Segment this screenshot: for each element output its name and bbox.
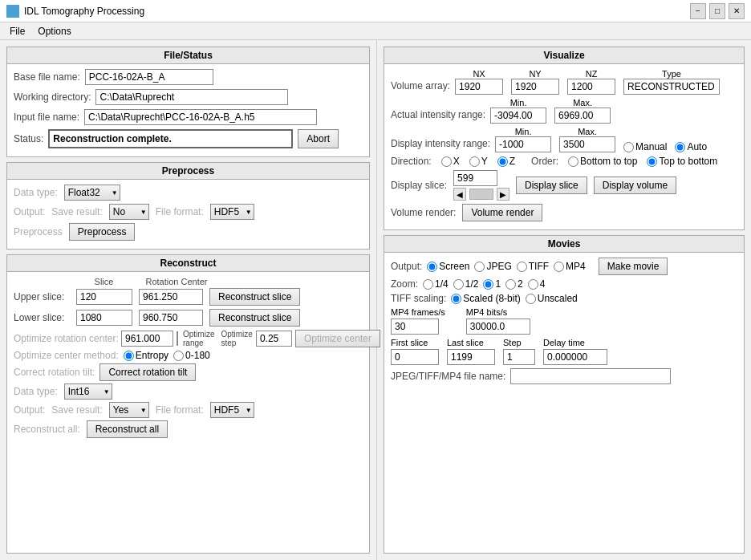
base-file-input[interactable] [85,69,213,85]
entropy-radio-label[interactable]: Entropy [124,350,168,361]
minimize-button[interactable]: − [690,3,706,19]
top-bottom-radio-label[interactable]: Top to bottom [647,156,717,167]
optimize-center-button[interactable]: Optimize center [295,330,380,347]
manual-radio[interactable] [623,142,634,152]
unscaled-radio-label[interactable]: Unscaled [526,293,578,304]
type-label: Type [662,69,681,79]
data-type2-select[interactable]: Int16 [64,383,112,400]
unscaled-radio[interactable] [526,294,536,304]
mp4-bits-input[interactable] [466,319,530,335]
last-slice-input[interactable] [447,349,495,365]
preprocess-button[interactable]: Preprocess [69,223,136,241]
close-button[interactable]: ✕ [729,3,745,19]
make-movie-button[interactable]: Make movie [599,258,668,275]
upper-slice-input[interactable] [76,289,132,305]
menu-file[interactable]: File [3,24,31,39]
input-file-input[interactable] [84,109,317,125]
optimize-step-input[interactable] [256,331,292,347]
ny-input[interactable] [511,79,559,95]
save-result-select[interactable]: No [109,204,149,220]
bottom-top-radio[interactable] [568,156,578,167]
slice-value-input[interactable] [453,170,497,186]
z-radio-label[interactable]: Z [497,156,515,167]
screen-radio[interactable] [427,262,437,272]
data-type-select[interactable]: Float32 [64,185,120,201]
working-dir-input[interactable] [95,89,288,105]
slice-scrollbar[interactable] [469,189,493,200]
mp4-radio-label[interactable]: MP4 [554,261,586,272]
entropy-radio[interactable] [124,351,134,361]
y-label: Y [481,156,488,167]
type-input[interactable] [623,79,720,95]
screen-radio-label[interactable]: Screen [427,261,469,272]
zoom-4-radio[interactable] [528,279,538,290]
zoom-4-label[interactable]: 4 [528,278,546,290]
file-format-select[interactable]: HDF5 [210,204,254,220]
file-format2-select[interactable]: HDF5 [210,402,254,418]
lower-slice-input[interactable] [76,310,132,326]
tiff-radio[interactable] [517,262,527,272]
scaled-radio[interactable] [451,294,461,304]
maximize-button[interactable]: □ [709,3,725,19]
jpeg-radio-label[interactable]: JPEG [474,261,511,272]
nz-input[interactable] [567,79,615,95]
delay-input[interactable] [543,349,607,365]
zoom-half-label[interactable]: 1/2 [453,278,479,290]
lower-rotation-input[interactable] [139,310,203,326]
zoom-quarter-radio[interactable] [423,279,433,290]
abort-button[interactable]: Abort [298,129,339,148]
bottom-top-radio-label[interactable]: Bottom to top [568,156,637,167]
actual-max-input[interactable] [554,108,611,124]
zoom-quarter-label[interactable]: 1/4 [423,278,449,290]
zoom-half-radio[interactable] [453,279,464,290]
jpeg-radio[interactable] [474,262,485,272]
first-slice-input[interactable] [391,349,439,365]
display-volume-button[interactable]: Display volume [594,177,676,194]
optimize-rotation-input[interactable] [121,331,173,347]
menu-bar: File Options [0,22,751,40]
mp4-frames-label: MP4 frames/s [391,307,445,317]
jpeg-filename-input[interactable] [510,368,671,384]
auto-radio-label[interactable]: Auto [675,141,707,152]
volume-render-button[interactable]: Volume render [462,204,542,221]
zoom-2-label[interactable]: 2 [505,278,523,290]
range-radio-label[interactable]: 0-180 [173,350,210,361]
display-slice-button[interactable]: Display slice [516,177,587,194]
correct-tilt-button[interactable]: Correct rotation tilt [99,363,196,381]
reconstruct-slice-btn-1[interactable]: Reconstruct slice [209,288,300,306]
zoom-4: 4 [540,278,546,290]
top-bottom-radio[interactable] [647,156,657,167]
menu-options[interactable]: Options [31,24,77,39]
data-type2-wrapper: Int16 [64,383,112,400]
y-radio[interactable] [469,156,480,167]
input-file-label: Input file name: [14,112,79,123]
auto-radio[interactable] [675,142,685,152]
x-radio[interactable] [441,156,452,167]
slice-next-arrow[interactable]: ▶ [497,188,509,201]
slice-prev-arrow[interactable]: ◀ [453,188,466,201]
actual-min-input[interactable] [490,108,546,124]
zoom-1-radio[interactable] [483,279,493,290]
nx-input[interactable] [455,79,503,95]
mp4-frames-input[interactable] [391,319,439,335]
display-slice-label: Display slice: [391,180,447,191]
display-max-input[interactable] [559,136,615,152]
display-min-input[interactable] [495,136,551,152]
save-result2-select[interactable]: Yes [109,402,149,418]
mp4-radio[interactable] [554,262,564,272]
reconstruct-all-button[interactable]: Reconstruct all [87,420,168,438]
upper-rotation-input[interactable] [139,289,203,305]
scaled-radio-label[interactable]: Scaled (8-bit) [451,293,520,304]
zoom-1-label[interactable]: 1 [483,278,501,290]
x-radio-label[interactable]: X [441,156,460,167]
manual-radio-label[interactable]: Manual [623,141,667,152]
mp4-label: MP4 [566,261,586,272]
tiff-radio-label[interactable]: TIFF [517,261,549,272]
z-radio[interactable] [497,156,508,167]
range-radio[interactable] [173,351,184,361]
y-radio-label[interactable]: Y [469,156,488,167]
last-slice-label: Last slice [447,338,484,347]
zoom-2-radio[interactable] [505,279,516,290]
step-input[interactable] [503,349,535,365]
reconstruct-slice-btn-2[interactable]: Reconstruct slice [209,309,300,327]
